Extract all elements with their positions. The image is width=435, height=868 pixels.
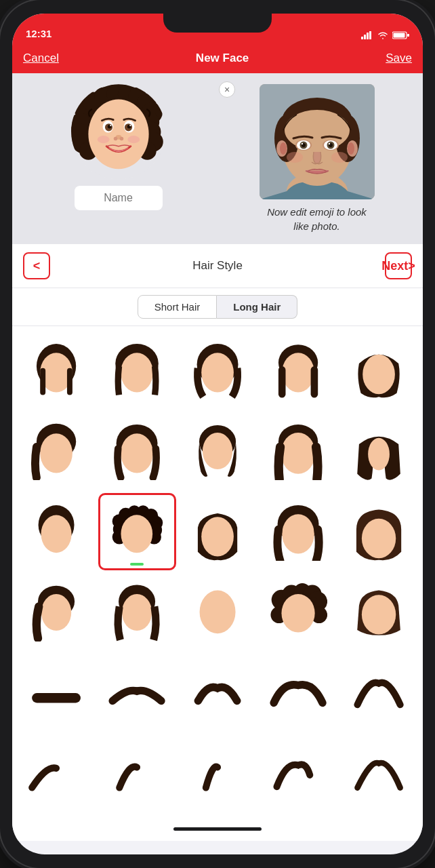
hair-item-27[interactable] [98,734,176,812]
svg-rect-65 [67,368,72,395]
svg-point-33 [129,124,131,125]
hair-style-7-icon [108,422,166,480]
hair-item-4[interactable] [259,332,337,410]
hair-item-6[interactable] [18,412,96,490]
save-button[interactable]: Save [386,52,412,65]
hair-style-20-icon [350,583,408,642]
hair-style-5-icon [350,341,408,399]
svg-point-69 [201,353,234,393]
hair-style-section: < Hair Style Next> Short Hair Long Hair [12,244,423,818]
hair-style-25-icon [350,664,408,722]
section-title: Hair Style [192,259,243,273]
hair-item-12-selected[interactable] [98,493,176,571]
name-input[interactable] [75,186,163,210]
hair-style-21-icon [27,664,85,722]
hair-item-10[interactable] [339,412,417,490]
svg-point-32 [110,124,111,125]
svg-rect-72 [278,366,286,397]
hair-style-11-icon [27,502,85,561]
hair-item-21[interactable] [18,654,96,732]
svg-point-103 [41,594,71,631]
battery-icon [392,31,409,39]
svg-point-76 [41,433,73,473]
hair-item-24[interactable] [259,654,337,732]
svg-point-101 [361,519,395,558]
hair-item-22[interactable] [98,654,176,732]
hair-item-3[interactable] [179,332,257,410]
hair-item-11[interactable] [18,493,96,571]
hair-item-20[interactable] [339,573,417,651]
prev-button[interactable]: < [23,252,50,279]
svg-point-82 [281,433,315,474]
long-hair-tab[interactable]: Long Hair [217,295,297,319]
svg-rect-6 [394,33,405,38]
svg-point-83 [368,438,390,471]
hair-item-9[interactable] [259,412,337,490]
photo-close-button[interactable]: × [219,81,235,98]
hair-item-8[interactable] [179,412,257,490]
svg-rect-2 [367,33,369,39]
hair-item-16[interactable] [18,573,96,651]
next-button[interactable]: Next> [385,252,412,279]
hair-style-13-icon [188,502,247,561]
hair-item-23[interactable] [179,654,257,732]
notch [163,14,272,33]
hair-style-3-icon [188,341,247,399]
hair-style-28-icon [188,744,247,802]
hair-item-28[interactable] [179,734,257,812]
svg-point-71 [282,353,314,393]
svg-point-99 [282,514,314,553]
svg-point-54 [301,143,302,144]
svg-point-36 [119,136,123,140]
hair-nav-bar: < Hair Style Next> [12,244,423,288]
svg-rect-5 [407,34,409,37]
svg-point-105 [122,594,152,631]
photo-caption: Now edit emoji to look like photo. [263,205,371,233]
status-icons [361,31,409,39]
svg-point-116 [281,594,314,633]
svg-rect-3 [369,31,371,39]
svg-rect-1 [364,35,366,39]
hair-style-10-icon [350,422,408,480]
nav-bar: Cancel New Face Save [12,43,423,73]
hair-style-12-icon [109,504,165,559]
hair-item-5[interactable] [339,332,417,410]
svg-point-85 [41,515,72,553]
hair-item-18[interactable] [179,573,257,651]
svg-point-97 [201,517,234,556]
hair-grid [12,326,423,818]
hair-item-1[interactable] [18,332,96,410]
hair-style-24-icon [269,664,327,722]
hair-item-14[interactable] [259,493,337,571]
hair-item-26[interactable] [18,734,96,812]
svg-point-74 [362,355,395,394]
emoji-avatar [71,84,166,179]
hair-item-15[interactable] [339,493,417,571]
home-indicator [173,827,262,831]
hair-item-7[interactable] [98,412,176,490]
hair-style-9-icon [269,422,327,480]
hair-item-25[interactable] [339,654,417,732]
svg-point-78 [121,433,153,473]
bottom-bar [12,818,423,841]
svg-rect-64 [41,368,46,395]
cancel-button[interactable]: Cancel [23,52,59,65]
svg-point-56 [287,152,303,163]
hair-style-17-icon [108,583,166,642]
short-hair-tab[interactable]: Short Hair [138,295,218,319]
hair-style-2-icon [108,341,166,399]
svg-point-55 [328,143,329,144]
hair-style-15-icon [350,502,408,561]
hair-item-19[interactable] [259,573,337,651]
phone-frame: 12:31 [0,0,435,868]
signal-icon [361,31,373,39]
hair-item-29[interactable] [259,734,337,812]
hair-style-14-icon [269,502,327,561]
hair-item-2[interactable] [98,332,176,410]
next-label: Next> [381,259,415,273]
hair-item-17[interactable] [98,573,176,651]
hair-item-13[interactable] [179,493,257,571]
hair-style-16-icon [27,583,85,642]
svg-point-80 [203,433,232,469]
hair-item-30[interactable] [339,734,417,812]
